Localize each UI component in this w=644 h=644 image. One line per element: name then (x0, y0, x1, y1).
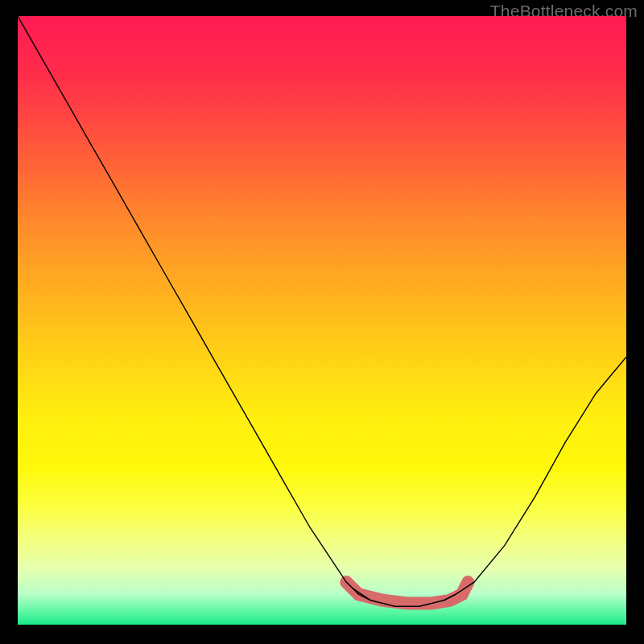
highlight-band (346, 582, 468, 603)
curve-layer (18, 16, 626, 625)
plot-area (18, 16, 626, 625)
chart-stage: TheBottleneck.com (0, 0, 644, 644)
left-branch-line (18, 16, 371, 601)
right-branch-line (444, 357, 626, 600)
